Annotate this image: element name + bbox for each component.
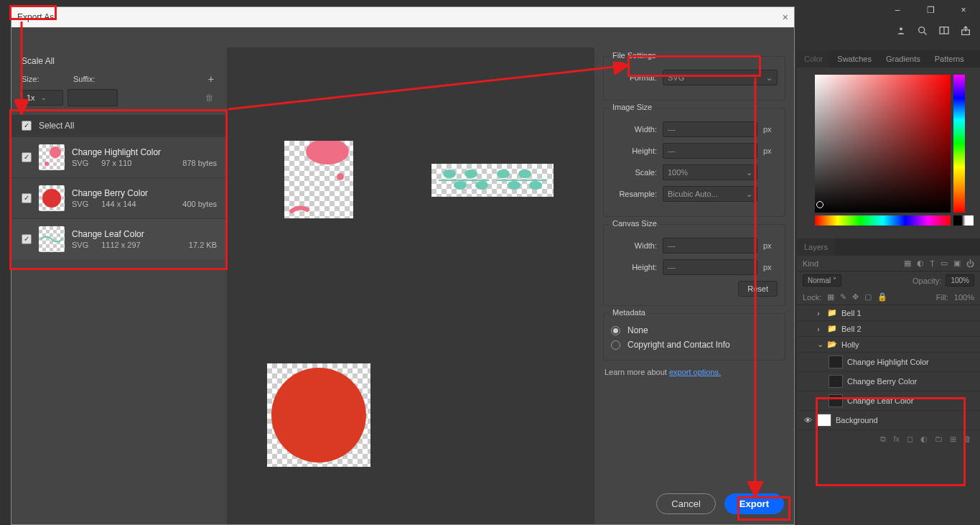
- canvas-height-label: Height:: [611, 263, 657, 271]
- cloud-user-icon[interactable]: [895, 25, 907, 37]
- unit-px: px: [763, 241, 778, 250]
- tab-swatches[interactable]: Swatches: [830, 50, 879, 68]
- imgsize-width-input[interactable]: ---: [663, 121, 757, 137]
- dialog-titlebar: Export As ×: [11, 7, 794, 27]
- svg-point-15: [476, 182, 487, 189]
- svg-point-20: [271, 368, 366, 463]
- layer-blend-row: Normal ˅ Opacity: 100%: [797, 271, 980, 289]
- new-layer-icon[interactable]: ⊞: [950, 435, 956, 444]
- share-icon[interactable]: [960, 25, 971, 37]
- canvas-size-heading: Canvas Size: [610, 219, 660, 228]
- imgsize-scale-select[interactable]: 100%⌄: [663, 164, 757, 180]
- format-label: Format:: [611, 73, 657, 82]
- window-minimize-button[interactable]: –: [888, 3, 907, 17]
- group-icon[interactable]: 🗀: [935, 435, 943, 444]
- cancel-button[interactable]: Cancel: [656, 493, 715, 514]
- color-field[interactable]: [815, 75, 951, 213]
- filter-adjust-icon[interactable]: ◐: [917, 259, 924, 268]
- adjustment-icon[interactable]: ◐: [920, 435, 928, 444]
- asset-row[interactable]: Change Leaf Color SVG1112 x 29717.2 KB: [11, 218, 227, 259]
- imgsize-scale-label: Scale:: [611, 168, 657, 177]
- suffix-input[interactable]: [67, 89, 118, 106]
- layer-row[interactable]: ⌄📂Holly: [797, 337, 980, 353]
- asset-row[interactable]: Change Highlight Color SVG97 x 110878 by…: [11, 136, 227, 177]
- suffix-label: Suffix:: [73, 75, 116, 83]
- svg-point-11: [337, 173, 344, 180]
- select-all-row[interactable]: Select All: [11, 115, 227, 136]
- search-icon[interactable]: [917, 25, 928, 37]
- layer-thumb-icon: [829, 356, 843, 368]
- fx-icon[interactable]: fx: [893, 435, 900, 444]
- select-all-label: Select All: [39, 121, 74, 131]
- canvas-height-input[interactable]: ---: [663, 259, 757, 275]
- metadata-none-row[interactable]: None: [611, 325, 778, 335]
- hue-slider[interactable]: [953, 75, 965, 213]
- imgsize-height-input[interactable]: ---: [663, 143, 757, 159]
- asset-list: Change Highlight Color SVG97 x 110878 by…: [11, 136, 227, 259]
- layer-row[interactable]: Change Leaf Color: [797, 391, 980, 411]
- layer-row[interactable]: Change Berry Color: [797, 372, 980, 391]
- tab-gradients[interactable]: Gradients: [879, 50, 928, 68]
- mask-icon[interactable]: ◻: [907, 435, 913, 444]
- layer-lock-row: Lock: ▦ ✎ ✥ ▢ 🔒 Fill: 100%: [797, 289, 980, 305]
- reset-button[interactable]: Reset: [738, 281, 778, 297]
- filter-pixel-icon[interactable]: ▦: [904, 259, 911, 268]
- filter-type-icon[interactable]: T: [930, 259, 935, 268]
- asset-checkbox[interactable]: [22, 193, 32, 203]
- export-right-pane: File Settings Format: SVG⌄ Image Size Wi…: [594, 47, 794, 524]
- bw-strip[interactable]: [953, 215, 974, 226]
- asset-row[interactable]: Change Berry Color SVG144 x 144400 bytes: [11, 177, 227, 218]
- export-left-pane: Scale All Size: Suffix: + 1x⌄ 🗑 Select A…: [11, 47, 227, 524]
- layer-row[interactable]: 👁Background: [797, 411, 980, 430]
- layer-row[interactable]: Change Highlight Color: [797, 353, 980, 372]
- lock-all-icon[interactable]: 🔒: [877, 292, 887, 302]
- layer-row[interactable]: ›📁Bell 2: [797, 321, 980, 337]
- tab-layers[interactable]: Layers: [797, 238, 835, 256]
- fill-value[interactable]: 100%: [954, 293, 974, 302]
- filter-toggle-icon[interactable]: ⏻: [966, 259, 974, 268]
- metadata-contact-row[interactable]: Copyright and Contact Info: [611, 340, 778, 350]
- opacity-value[interactable]: 100%: [946, 274, 974, 287]
- asset-name: Change Highlight Color: [72, 147, 217, 157]
- canvas-width-input[interactable]: ---: [663, 238, 757, 254]
- layer-row[interactable]: ›📁Bell 1: [797, 305, 980, 321]
- link-layers-icon[interactable]: ⧉: [880, 435, 886, 444]
- imgsize-resample-select[interactable]: Bicubic Auto...⌄: [663, 186, 757, 202]
- imgsize-resample-label: Resample:: [611, 190, 657, 198]
- lock-brush-icon[interactable]: ✎: [840, 292, 846, 302]
- filter-shape-icon[interactable]: ▭: [941, 259, 948, 268]
- export-options-link[interactable]: export options.: [669, 368, 721, 376]
- add-scale-button[interactable]: +: [205, 73, 217, 85]
- lock-move-icon[interactable]: ✥: [852, 292, 859, 302]
- radio-contact[interactable]: [611, 340, 620, 350]
- export-button[interactable]: Export: [724, 493, 784, 514]
- tab-patterns[interactable]: Patterns: [928, 50, 971, 68]
- tab-color[interactable]: Color: [797, 50, 830, 68]
- size-select[interactable]: 1x⌄: [22, 90, 63, 106]
- delete-layer-icon[interactable]: 🗑: [963, 435, 971, 444]
- blend-mode-select[interactable]: Normal ˅: [803, 274, 841, 287]
- format-select[interactable]: SVG⌄: [663, 70, 778, 85]
- export-preview-pane: [227, 47, 594, 524]
- select-all-checkbox[interactable]: [22, 121, 32, 131]
- preview-leaf: [431, 164, 554, 197]
- window-close-button[interactable]: ×: [954, 3, 973, 17]
- window-maximize-button[interactable]: ❐: [921, 3, 940, 17]
- filter-smart-icon[interactable]: ▣: [953, 259, 961, 268]
- file-settings-group: File Settings Format: SVG⌄: [603, 56, 785, 101]
- opacity-label: Opacity:: [913, 277, 941, 285]
- export-as-dialog: Export As × Scale All Size: Suffix: + 1x…: [11, 7, 794, 524]
- layer-thumb-icon: [829, 375, 843, 388]
- spectrum-strip[interactable]: [815, 215, 951, 226]
- color-panel: [797, 68, 980, 234]
- radio-none[interactable]: [611, 326, 620, 335]
- dialog-close-button[interactable]: ×: [783, 11, 788, 23]
- lock-artboard-icon[interactable]: ▢: [864, 292, 872, 302]
- metadata-heading: Metadata: [610, 308, 648, 317]
- lock-pixels-icon[interactable]: ▦: [827, 292, 834, 302]
- asset-checkbox[interactable]: [22, 152, 32, 162]
- remove-scale-button[interactable]: 🗑: [202, 93, 217, 103]
- workspace-icon[interactable]: [938, 25, 950, 37]
- asset-checkbox[interactable]: [22, 234, 32, 244]
- svg-point-19: [530, 182, 541, 189]
